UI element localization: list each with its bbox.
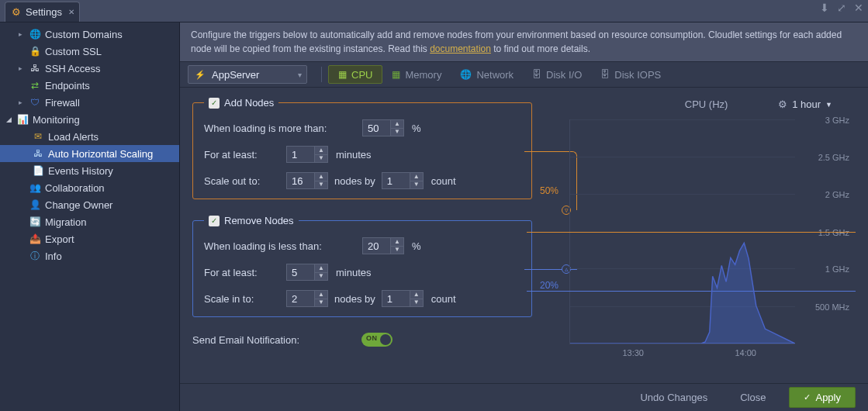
- bolt-icon: ⚡: [195, 70, 206, 80]
- sidebar-item-change-owner[interactable]: 👤Change Owner: [0, 196, 179, 213]
- chevron-down-icon: ▼: [825, 101, 832, 109]
- email-toggle[interactable]: ON: [361, 333, 393, 347]
- add-for-input[interactable]: [287, 147, 315, 162]
- remove-for-label: For at least:: [204, 267, 286, 278]
- remove-scale-spinner[interactable]: ▲▼: [286, 290, 328, 307]
- add-when-label: When loading is more than:: [204, 123, 362, 134]
- add-when-input[interactable]: [363, 120, 391, 136]
- sidebar-item-ssh-access[interactable]: ▸🖧SSH Access: [0, 60, 179, 77]
- tab-network[interactable]: 🌐Network: [451, 65, 523, 84]
- tab-cpu[interactable]: ▦CPU: [328, 65, 382, 84]
- sidebar-item-migration[interactable]: 🔄Migration: [0, 213, 179, 230]
- sidebar-item-monitoring[interactable]: ◢📊Monitoring: [0, 111, 179, 128]
- add-step-input[interactable]: [382, 173, 410, 188]
- close-tab-icon[interactable]: ✕: [68, 8, 74, 16]
- time-range-select[interactable]: ⚙ 1 hour ▼: [778, 98, 832, 110]
- spin-up-icon[interactable]: ▲: [391, 120, 403, 129]
- separator: [321, 67, 322, 82]
- remove-when-spinner[interactable]: ▲▼: [362, 237, 404, 254]
- add-scale-spinner[interactable]: ▲▼: [286, 172, 328, 189]
- settings-sidebar: ▸🌐Custom Domains 🔒Custom SSL ▸🖧SSH Acces…: [0, 22, 180, 411]
- description-bar: Configure the triggers below to automati…: [180, 22, 868, 61]
- remove-step-input[interactable]: [382, 291, 410, 306]
- add-nodes-box: ✓ Add Nodes When loading is more than: ▲…: [192, 97, 532, 199]
- tab-disk-iops[interactable]: 🗄Disk IOPS: [591, 65, 670, 84]
- sidebar-item-endpoints[interactable]: ⇄Endpoints: [0, 77, 179, 94]
- add-scale-label: Scale out to:: [204, 175, 286, 187]
- tab-memory[interactable]: ▦Memory: [382, 65, 451, 84]
- add-nodes-legend: ✓ Add Nodes: [204, 97, 278, 109]
- remove-step-spinner[interactable]: ▲▼: [382, 290, 424, 307]
- sidebar-item-info[interactable]: ⓘInfo: [0, 247, 179, 264]
- chart-plot[interactable]: 3 GHz 2.5 GHz 2 GHz 1.5 GHz 1 GHz 500 MH…: [569, 119, 795, 344]
- chart-title: CPU (Hz): [635, 98, 778, 110]
- sidebar-item-firewall[interactable]: ▸🛡Firewall: [0, 94, 179, 111]
- chart-area: [570, 119, 795, 344]
- tab-title: Settings: [26, 6, 62, 18]
- remove-nodes-box: ✓ Remove Nodes When loading is less than…: [192, 215, 532, 317]
- window-controls: ⬇ ⤢ ✕: [820, 2, 863, 14]
- check-icon: ✓: [804, 392, 811, 402]
- add-nodes-checkbox[interactable]: ✓: [209, 98, 220, 109]
- remove-for-spinner[interactable]: ▲▼: [286, 264, 328, 281]
- network-icon: 🌐: [460, 69, 472, 80]
- tab-bar: ⚙ Settings ✕ ⬇ ⤢ ✕: [0, 0, 868, 22]
- add-for-spinner[interactable]: ▲▼: [286, 146, 328, 163]
- cpu-icon: ▦: [338, 69, 347, 80]
- remove-when-input[interactable]: [363, 238, 391, 254]
- footer: Undo Changes Close ✓Apply: [180, 383, 868, 411]
- remove-scale-input[interactable]: [287, 291, 315, 306]
- tab-disk-io[interactable]: 🗄Disk I/O: [523, 65, 591, 84]
- gear-icon: ⚙: [12, 6, 21, 18]
- add-threshold-pct: 50%: [540, 185, 558, 196]
- spin-down-icon[interactable]: ▼: [391, 129, 403, 136]
- apply-button[interactable]: ✓Apply: [789, 387, 856, 408]
- memory-icon: ▦: [392, 69, 400, 80]
- disk-iops-icon: 🗄: [600, 69, 610, 80]
- server-select[interactable]: ⚡ AppServer: [188, 65, 307, 84]
- remove-threshold-pct: 20%: [540, 280, 558, 291]
- add-step-spinner[interactable]: ▲▼: [382, 172, 424, 189]
- settings-tab[interactable]: ⚙ Settings ✕: [5, 2, 80, 22]
- sidebar-item-collaboration[interactable]: 👥Collaboration: [0, 179, 179, 196]
- chart-panel: CPU (Hz) ⚙ 1 hour ▼ 3 GHz 2.5 GHz 2 GHz …: [569, 97, 856, 383]
- close-button[interactable]: Close: [731, 388, 775, 407]
- add-when-spinner[interactable]: ▲▼: [362, 119, 404, 136]
- close-window-icon[interactable]: ✕: [854, 2, 863, 14]
- remove-nodes-checkbox[interactable]: ✓: [209, 216, 220, 226]
- sidebar-item-load-alerts[interactable]: ✉Load Alerts: [0, 128, 179, 145]
- disk-io-icon: 🗄: [532, 69, 541, 80]
- undo-button[interactable]: Undo Changes: [631, 388, 717, 407]
- sidebar-item-export[interactable]: 📤Export: [0, 230, 179, 247]
- remove-scale-label: Scale in to:: [204, 293, 286, 305]
- server-label: AppServer: [212, 69, 259, 81]
- remove-nodes-legend: ✓ Remove Nodes: [204, 215, 299, 226]
- remove-for-input[interactable]: [287, 264, 315, 280]
- remove-when-label: When loading is less than:: [204, 240, 362, 252]
- download-icon[interactable]: ⬇: [820, 2, 829, 14]
- sidebar-item-custom-domains[interactable]: ▸🌐Custom Domains: [0, 26, 179, 43]
- resource-toolbar: ⚡ AppServer ▦CPU ▦Memory 🌐Network 🗄Disk …: [180, 61, 868, 88]
- add-scale-input[interactable]: [287, 173, 315, 188]
- toggle-knob: [380, 334, 391, 345]
- sidebar-item-auto-horizontal-scaling[interactable]: 🖧Auto Horizontal Scaling: [0, 145, 179, 162]
- gear-icon: ⚙: [778, 98, 787, 110]
- add-for-label: For at least:: [204, 149, 286, 161]
- sidebar-item-events-history[interactable]: 📄Events History: [0, 162, 179, 179]
- documentation-link[interactable]: documentation: [430, 43, 491, 54]
- sidebar-item-custom-ssl[interactable]: 🔒Custom SSL: [0, 43, 179, 60]
- expand-icon[interactable]: ⤢: [837, 2, 846, 14]
- email-label: Send Email Notification:: [192, 334, 299, 346]
